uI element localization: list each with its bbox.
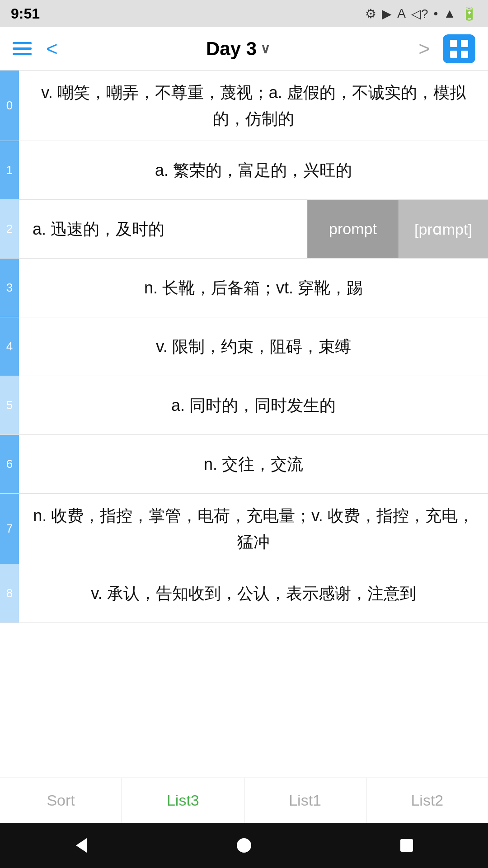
nav-bar: < Day 3 ∨ > (0, 27, 488, 71)
word-row[interactable]: 6n. 交往，交流 (0, 435, 488, 494)
word-list: 0v. 嘲笑，嘲弄，不尊重，蔑视；a. 虚假的，不诚实的，模拟的，仿制的1a. … (0, 71, 488, 713)
word-row[interactable]: 5a. 同时的，同时发生的 (0, 376, 488, 435)
system-home-button[interactable] (226, 827, 262, 863)
word-definition: n. 交往，交流 (19, 435, 488, 493)
bottom-tab-bar: SortList3List1List2 (0, 778, 488, 823)
word-definition: v. 限制，约束，阻碍，束缚 (19, 317, 488, 376)
word-index: 1 (0, 141, 19, 199)
word-definition: v. 承认，告知收到，公认，表示感谢，注意到 (19, 564, 488, 623)
word-definition: v. 嘲笑，嘲弄，不尊重，蔑视；a. 虚假的，不诚实的，模拟的，仿制的 (19, 71, 488, 141)
svg-rect-0 (450, 40, 457, 47)
hamburger-button[interactable] (13, 42, 32, 55)
battery-icon: 🔋 (461, 6, 477, 21)
svg-rect-2 (450, 51, 457, 58)
word-definition: a. 繁荣的，富足的，兴旺的 (19, 141, 488, 199)
bottom-tab-list3[interactable]: List3 (122, 778, 244, 823)
system-recent-button[interactable] (389, 827, 425, 863)
signal-bars-icon: ▲ (443, 6, 456, 21)
signal-icon: ◁? (411, 6, 428, 21)
forward-button[interactable]: > (418, 38, 430, 60)
word-row[interactable]: 3n. 长靴，后备箱；vt. 穿靴，踢 (0, 259, 488, 317)
word-index: 2 (0, 200, 19, 258)
status-icons: ⚙ ▶ A ◁? • ▲ 🔋 (365, 6, 477, 21)
word-index: 8 (0, 564, 19, 623)
word-row[interactable]: 4v. 限制，约束，阻碍，束缚 (0, 317, 488, 376)
word-definition: a. 同时的，同时发生的 (19, 376, 488, 434)
status-time: 9:51 (11, 5, 40, 22)
word-row[interactable]: 0v. 嘲笑，嘲弄，不尊重，蔑视；a. 虚假的，不诚实的，模拟的，仿制的 (0, 71, 488, 141)
font-icon: A (397, 6, 406, 21)
word-index: 6 (0, 435, 19, 493)
system-nav-bar (0, 823, 488, 868)
bottom-tab-list1[interactable]: List1 (244, 778, 366, 823)
svg-point-5 (237, 838, 251, 853)
grid-view-button[interactable] (443, 34, 475, 63)
word-index: 3 (0, 259, 19, 317)
svg-rect-6 (400, 839, 413, 852)
word-index: 7 (0, 494, 19, 564)
svg-rect-1 (461, 40, 468, 47)
word-index: 4 (0, 317, 19, 376)
day-title-text: Day 3 (206, 38, 257, 60)
svg-rect-3 (461, 51, 468, 58)
svg-marker-4 (76, 838, 87, 853)
bottom-tab-list2[interactable]: List2 (366, 778, 488, 823)
word-index: 0 (0, 71, 19, 141)
word-definition: n. 收费，指控，掌管，电荷，充电量；v. 收费，指控，充电，猛冲 (19, 494, 488, 564)
system-back-button[interactable] (63, 827, 99, 863)
overlay-phonetic-card[interactable]: [prɑmpt] (398, 200, 488, 258)
chevron-down-icon: ∨ (260, 41, 270, 57)
overlay-cards[interactable]: prompt[prɑmpt] (307, 200, 488, 258)
word-row[interactable]: 7n. 收费，指控，掌管，电荷，充电量；v. 收费，指控，充电，猛冲 (0, 494, 488, 564)
overlay-word-card[interactable]: prompt (307, 200, 398, 258)
dot-icon: • (433, 6, 438, 21)
word-row[interactable]: 8v. 承认，告知收到，公认，表示感谢，注意到 (0, 564, 488, 623)
word-index: 5 (0, 376, 19, 434)
word-row[interactable]: 2a. 迅速的，及时的prompt[prɑmpt] (0, 200, 488, 259)
play-icon: ▶ (382, 6, 392, 21)
word-row[interactable]: 1a. 繁荣的，富足的，兴旺的 (0, 141, 488, 200)
settings-icon: ⚙ (365, 6, 376, 21)
nav-title[interactable]: Day 3 ∨ (206, 38, 270, 60)
word-definition: n. 长靴，后备箱；vt. 穿靴，踢 (19, 259, 488, 317)
back-button[interactable]: < (46, 39, 58, 59)
nav-left: < (13, 39, 58, 59)
status-bar: 9:51 ⚙ ▶ A ◁? • ▲ 🔋 (0, 0, 488, 27)
bottom-tab-sort[interactable]: Sort (0, 778, 122, 823)
